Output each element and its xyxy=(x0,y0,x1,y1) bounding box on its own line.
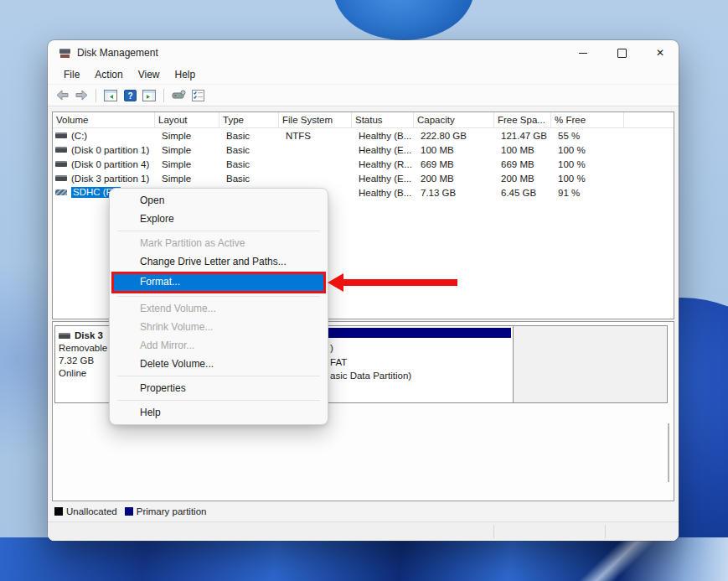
table-row[interactable]: (C:) Simple Basic NTFS Healthy (B... 222… xyxy=(53,128,674,143)
cell-status: Healthy (B... xyxy=(352,188,414,198)
cell-layout: Simple xyxy=(155,145,219,155)
menu-bar: File Action View Help xyxy=(48,65,679,85)
cell-capacity: 7.13 GB xyxy=(414,188,494,198)
disk-drive-icon xyxy=(59,49,70,58)
desktop: Disk Management ✕ File Action View Help xyxy=(0,0,728,581)
menu-separator xyxy=(117,376,320,376)
cell-free-space: 6.45 GB xyxy=(494,188,551,198)
menu-view[interactable]: View xyxy=(131,67,168,82)
svg-text:?: ? xyxy=(127,91,132,100)
menu-item-shrink-volume: Shrink Volume... xyxy=(110,318,328,336)
cell-status: Healthy (E... xyxy=(352,145,414,155)
back-icon[interactable] xyxy=(54,88,70,102)
volume-icon xyxy=(55,161,67,167)
disk-icon xyxy=(59,333,70,339)
menu-item-help[interactable]: Help xyxy=(110,403,328,422)
cell-free-space: 200 MB xyxy=(494,174,551,184)
partition-text-fragment: ) xyxy=(330,343,333,353)
cell-capacity: 669 MB xyxy=(414,159,494,169)
maximize-button[interactable] xyxy=(615,46,628,60)
volume-icon xyxy=(55,189,67,195)
column-header-volume[interactable]: Volume xyxy=(53,112,155,127)
annotation-arrow-tail xyxy=(342,279,457,286)
legend: Unallocated Primary partition xyxy=(52,503,674,519)
scrollbar[interactable] xyxy=(668,423,669,482)
cell-free-space: 100 MB xyxy=(494,145,551,155)
properties-checklist-icon[interactable] xyxy=(190,88,205,102)
menu-separator xyxy=(117,296,320,297)
disk-tools-icon[interactable] xyxy=(171,88,186,102)
volume-list-header: Volume Layout Type File System Status Ca… xyxy=(53,112,674,128)
cell-free-space: 121.47 GB xyxy=(494,131,551,141)
volume-name: (Disk 0 partition 4) xyxy=(71,159,149,169)
show-console-tree-icon[interactable] xyxy=(103,88,118,102)
menu-item-change-drive-letter[interactable]: Change Drive Letter and Paths... xyxy=(110,252,328,271)
status-bar xyxy=(48,521,679,541)
column-header-free-space[interactable]: Free Spa... xyxy=(494,112,551,127)
volume-name: (C:) xyxy=(71,131,87,141)
menu-file[interactable]: File xyxy=(56,67,87,82)
table-row[interactable]: (Disk 3 partition 1) Simple Basic Health… xyxy=(53,171,674,185)
menu-item-open[interactable]: Open xyxy=(110,191,328,210)
toolbar-separator xyxy=(96,89,96,102)
volume-icon xyxy=(55,175,67,181)
cell-status: Healthy (R... xyxy=(352,159,414,169)
status-bar-divider xyxy=(605,525,606,538)
menu-separator xyxy=(117,231,320,231)
cell-free-space: 669 MB xyxy=(494,159,551,169)
menu-action[interactable]: Action xyxy=(87,67,130,82)
legend-item-unallocated: Unallocated xyxy=(54,506,117,516)
cell-pct-free: 100 % xyxy=(551,145,624,155)
column-header-layout[interactable]: Layout xyxy=(155,112,219,127)
close-button[interactable]: ✕ xyxy=(653,46,667,60)
minimize-button[interactable] xyxy=(576,46,590,60)
legend-item-primary-partition: Primary partition xyxy=(125,506,207,516)
help-icon[interactable]: ? xyxy=(122,88,137,102)
menu-item-properties[interactable]: Properties xyxy=(110,379,328,397)
cell-file-system: NTFS xyxy=(279,131,352,141)
forward-icon[interactable] xyxy=(74,88,89,102)
cell-type: Basic xyxy=(219,131,279,141)
volume-name: (Disk 0 partition 1) xyxy=(71,145,149,155)
cell-type: Basic xyxy=(219,174,279,184)
legend-label: Primary partition xyxy=(137,506,207,516)
partition-text-fragment: asic Data Partition) xyxy=(330,371,411,381)
cell-layout: Simple xyxy=(155,159,219,169)
menu-item-extend-volume: Extend Volume... xyxy=(110,299,328,318)
title-bar[interactable]: Disk Management ✕ xyxy=(48,40,679,65)
show-action-pane-icon[interactable] xyxy=(142,88,157,102)
table-row[interactable]: (Disk 0 partition 4) Simple Basic Health… xyxy=(53,157,674,171)
menu-help[interactable]: Help xyxy=(168,67,204,82)
unallocated-swatch xyxy=(54,507,63,516)
volume-name: (Disk 3 partition 1) xyxy=(71,174,149,184)
cell-pct-free: 55 % xyxy=(551,131,624,141)
disk-name: Disk 3 xyxy=(75,329,103,342)
menu-item-format[interactable]: Format... xyxy=(111,272,326,293)
partition-text-fragment: FAT xyxy=(330,357,347,367)
context-menu: Open Explore Mark Partition as Active Ch… xyxy=(109,188,328,425)
cell-layout: Simple xyxy=(155,131,219,141)
primary-partition-swatch xyxy=(125,507,133,516)
cell-capacity: 200 MB xyxy=(414,174,494,184)
cell-capacity: 100 MB xyxy=(414,145,494,155)
status-bar-divider xyxy=(493,525,494,538)
cell-pct-free: 100 % xyxy=(551,174,624,184)
cell-status: Healthy (B... xyxy=(352,131,414,141)
menu-item-delete-volume[interactable]: Delete Volume... xyxy=(110,355,328,373)
toolbar-separator xyxy=(163,89,164,102)
table-row[interactable]: (Disk 0 partition 1) Simple Basic Health… xyxy=(53,143,674,157)
volume-icon xyxy=(55,132,67,138)
cell-status: Healthy (E... xyxy=(352,174,414,184)
legend-label: Unallocated xyxy=(66,506,117,516)
column-header-pct-free[interactable]: % Free xyxy=(551,112,624,127)
cell-type: Basic xyxy=(219,159,279,169)
menu-item-add-mirror: Add Mirror... xyxy=(110,336,328,355)
cell-capacity: 222.80 GB xyxy=(414,131,494,141)
menu-item-explore[interactable]: Explore xyxy=(110,210,328,228)
column-header-capacity[interactable]: Capacity xyxy=(414,112,494,127)
column-header-file-system[interactable]: File System xyxy=(279,112,352,127)
wallpaper-wave xyxy=(0,537,728,581)
volume-icon xyxy=(55,147,67,153)
column-header-type[interactable]: Type xyxy=(219,112,279,127)
column-header-status[interactable]: Status xyxy=(352,112,414,127)
